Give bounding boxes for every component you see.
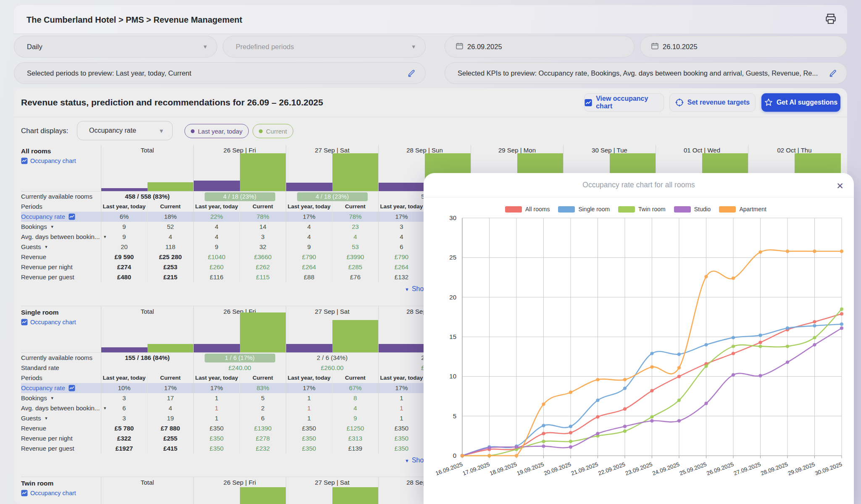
- value-cell: £322: [101, 433, 147, 444]
- pencil-icon[interactable]: [407, 68, 416, 79]
- bar-last-year: [379, 183, 425, 191]
- legend-item-all-rooms[interactable]: All rooms: [505, 206, 556, 213]
- legend-item-apartment[interactable]: Apartment: [719, 206, 772, 213]
- chevron-down-icon: ▾: [203, 43, 207, 50]
- value-cell: 1: [378, 393, 424, 403]
- value-cell: £1250: [332, 423, 378, 433]
- legend-item-single-room[interactable]: Single room: [558, 206, 616, 213]
- expand-arrow-icon[interactable]: ▼: [45, 242, 48, 252]
- value-cell: 1: [378, 403, 424, 413]
- expand-arrow-icon[interactable]: ▼: [45, 413, 48, 423]
- value-cell: 6: [378, 242, 424, 252]
- chart-checkbox-icon: [68, 385, 75, 391]
- occupancy-chart-checkbox[interactable]: Occupancy chart: [21, 158, 76, 164]
- x-tick-label: 17.09.2025: [462, 461, 491, 477]
- value-cell: 4: [378, 232, 424, 242]
- legend-item-studio[interactable]: Studio: [674, 206, 717, 213]
- bar-current: [147, 344, 194, 352]
- availability-badge: 4 / 18 (23%): [297, 192, 368, 201]
- row-label: Bookings: [21, 222, 47, 232]
- granularity-select[interactable]: Daily ▾: [14, 36, 217, 58]
- x-tick-label: 24.09.2025: [651, 461, 680, 477]
- chart-legend: All roomsSingle roomTwin roomStudioApart…: [424, 206, 854, 213]
- value-cell: 3: [378, 222, 424, 232]
- value-cell: 78%: [240, 212, 286, 222]
- legend-item-twin-room[interactable]: Twin room: [618, 206, 671, 213]
- print-button[interactable]: [824, 13, 838, 26]
- get-ai-suggestions-button[interactable]: Get AI suggestions: [761, 93, 840, 112]
- value-cell: 53: [332, 242, 378, 252]
- legend-chip-last-year-today[interactable]: Last year, today: [184, 124, 249, 138]
- value-cell: £115: [240, 272, 286, 282]
- x-tick-label: 16.09.2025: [434, 461, 463, 477]
- date-to-value: 26.10.2025: [663, 43, 698, 51]
- value-cell: 3: [101, 413, 147, 423]
- triangle-down-icon: ▼: [405, 287, 409, 292]
- value-cell: 2: [240, 403, 286, 413]
- calendar-icon: [651, 42, 658, 51]
- dot-icon: [259, 129, 263, 133]
- row-label-cell: Avg. days between bookin...▼: [21, 232, 107, 242]
- chart-checkbox-icon: [68, 213, 75, 220]
- svg-text:15: 15: [449, 333, 456, 340]
- period-header-cell: Last year, today: [101, 202, 147, 212]
- occupancy-chart-checkbox[interactable]: Occupancy chart: [21, 490, 76, 496]
- set-revenue-targets-button[interactable]: Set revenue targets: [669, 93, 756, 112]
- standard-rate-cell: [101, 363, 193, 373]
- value-cell: 32: [240, 242, 286, 252]
- row-label: Revenue per night: [21, 433, 73, 444]
- pencil-icon[interactable]: [828, 68, 837, 79]
- date-from-field[interactable]: 26.09.2025: [445, 36, 635, 58]
- metric-select[interactable]: Occupancy rate ▾: [77, 121, 173, 140]
- column-header-cell: 26 Sep | Fri: [193, 477, 286, 504]
- row-label-cell: Occupancy rate: [21, 383, 75, 393]
- value-cell: 1: [193, 393, 240, 403]
- value-cell: 17%: [147, 383, 193, 393]
- expand-arrow-icon[interactable]: ▼: [50, 393, 54, 403]
- value-cell: 23: [332, 222, 378, 232]
- svg-text:0: 0: [453, 452, 456, 459]
- period-header-cell: Current: [240, 373, 286, 383]
- period-header-cell: Last year, today: [286, 202, 332, 212]
- value-cell: £9 590: [101, 252, 147, 262]
- expand-arrow-icon[interactable]: ▼: [50, 222, 54, 232]
- date-to-field[interactable]: 26.10.2025: [640, 36, 847, 58]
- svg-text:25: 25: [449, 254, 456, 261]
- revenue-management-page: The Cumberland Hotel > PMS > Revenue Man…: [0, 0, 861, 504]
- period-header-cell: Current: [147, 373, 193, 383]
- period-header-cell: Last year, today: [193, 202, 240, 212]
- close-icon[interactable]: ✕: [834, 180, 846, 192]
- value-cell: 17%: [286, 212, 332, 222]
- column-header-label: Total: [101, 147, 193, 154]
- row-label: Avg. days between bookin...: [21, 232, 100, 242]
- column-header-cell: 27 Sep | Sat: [286, 306, 378, 352]
- value-cell: 1: [286, 403, 332, 413]
- value-cell: £215: [147, 272, 193, 282]
- value-cell: £350: [193, 433, 240, 444]
- value-cell: £790: [286, 252, 332, 262]
- legend-chip-current[interactable]: Current: [253, 124, 293, 138]
- view-occupancy-chart-button[interactable]: View occupancy chart: [584, 93, 664, 112]
- value-cell: £253: [147, 262, 193, 272]
- value-cell: £790: [378, 252, 424, 262]
- chip-label: Last year, today: [198, 128, 242, 135]
- availability-badge: 4 / 18 (23%): [205, 192, 275, 201]
- value-cell: 17%: [193, 383, 240, 393]
- value-cell: 17%: [378, 212, 424, 222]
- chart-checkbox-icon: [21, 158, 28, 164]
- predefined-periods-select[interactable]: Predefined periods ▾: [223, 36, 426, 58]
- value-cell: 9: [332, 413, 378, 423]
- dot-icon: [191, 129, 195, 133]
- row-label: Standard rate: [21, 363, 59, 373]
- selected-periods-bar[interactable]: Selected periods to preview: Last year, …: [14, 62, 426, 84]
- occupancy-chart-checkbox-label: Occupancy chart: [30, 319, 76, 326]
- column-header-cell: 27 Sep | Sat: [286, 477, 378, 504]
- value-cell: 3: [240, 232, 286, 242]
- row-label-cell: Guests▼: [21, 413, 48, 423]
- bar-current: [240, 312, 286, 352]
- selected-kpis-bar[interactable]: Selected KPIs to preview: Occupancy rate…: [445, 62, 847, 84]
- occupancy-chart-checkbox[interactable]: Occupancy chart: [21, 319, 76, 326]
- column-header-label: 02 Oct | Thu: [748, 147, 840, 154]
- value-cell: £480: [101, 272, 147, 282]
- row-label: Revenue per guest: [21, 272, 74, 282]
